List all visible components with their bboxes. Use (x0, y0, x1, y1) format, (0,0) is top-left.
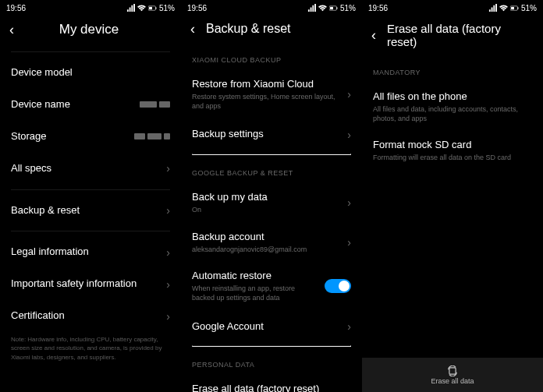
status-bar: 19:56 51% (181, 0, 362, 16)
signal-icon (126, 4, 135, 12)
sublabel: Formatting will erase all data on the SD… (373, 154, 526, 163)
chevron-right-icon: › (347, 236, 351, 249)
section-google: GOOGLE BACKUP & RESET (192, 158, 351, 183)
row-device-model[interactable]: Device model (11, 57, 170, 89)
status-time: 19:56 (187, 4, 207, 12)
row-certification[interactable]: Certification › (11, 300, 170, 332)
label: Restore from Xiaomi Cloud (192, 78, 341, 91)
section-mandatory: MANDATORY (373, 58, 532, 83)
label: Backup settings (192, 128, 264, 141)
row-restore-cloud[interactable]: Restore from Xiaomi Cloud Restore system… (192, 70, 351, 118)
status-time: 19:56 (6, 4, 26, 12)
label: Device model (11, 66, 73, 79)
row-device-name[interactable]: Device name (11, 89, 170, 121)
row-format-sd: Format mock SD card Formatting will eras… (373, 131, 532, 171)
label: Backup account (192, 231, 341, 244)
svg-rect-9 (449, 367, 456, 373)
phone-backup-reset: 19:56 51% ‹ Backup & reset XIAOMI CLOUD … (181, 0, 362, 392)
footer-note: Note: Hardware info, including CPU, batt… (11, 332, 170, 368)
phone-my-device: 19:56 51% ‹ My device Device model Devic… (0, 0, 181, 392)
chevron-right-icon: › (166, 162, 170, 175)
label: Device name (11, 98, 70, 111)
label: Legal information (11, 245, 89, 259)
row-storage[interactable]: Storage (11, 121, 170, 153)
erase-all-button[interactable]: Erase all data (362, 358, 543, 392)
svg-rect-2 (155, 7, 156, 9)
chevron-right-icon: › (166, 204, 170, 217)
chevron-right-icon: › (166, 278, 170, 291)
reset-icon (447, 366, 458, 376)
battery-icon (148, 4, 157, 12)
label: Automatic restore (192, 270, 318, 283)
label: Back up my data (192, 191, 341, 204)
chevron-right-icon: › (166, 310, 170, 323)
svg-rect-8 (517, 7, 518, 9)
status-battery: 51% (521, 4, 537, 12)
section-xiaomi: XIAOMI CLOUD BACKUP (192, 45, 351, 70)
row-legal[interactable]: Legal information › (11, 236, 170, 268)
label: Format mock SD card (373, 139, 526, 152)
header: ‹ My device (0, 16, 181, 47)
chevron-right-icon: › (347, 196, 351, 209)
chevron-right-icon: › (347, 129, 351, 141)
row-backup-reset[interactable]: Backup & reset › (11, 195, 170, 227)
status-battery: 51% (340, 4, 356, 12)
sublabel: When reinstalling an app, restore backed… (192, 284, 318, 302)
row-all-files: All files on the phone All files and dat… (373, 83, 532, 131)
row-erase-all[interactable]: Erase all data (factory reset) Erases al… (192, 375, 351, 392)
wifi-icon (318, 4, 327, 12)
label: Erase all data (431, 377, 474, 385)
value-censored (134, 133, 170, 139)
value-censored (140, 101, 170, 108)
signal-icon (488, 4, 497, 12)
sublabel: aleksandarognjanovic89@gmail.com (192, 245, 341, 255)
header: ‹ Backup & reset (181, 16, 362, 45)
sublabel: All files and data, including accounts, … (373, 105, 526, 123)
chevron-right-icon: › (347, 389, 351, 392)
sublabel: On (192, 206, 341, 215)
status-right: 51% (488, 4, 537, 12)
back-icon[interactable]: ‹ (371, 28, 376, 42)
row-google-account[interactable]: Google Account › (192, 311, 351, 343)
label: Storage (11, 130, 47, 143)
header: ‹ Erase all data (factory reset) (362, 16, 543, 58)
svg-rect-7 (511, 6, 514, 9)
battery-icon (329, 4, 338, 12)
label: Certification (11, 309, 65, 323)
battery-icon (510, 4, 519, 12)
status-right: 51% (307, 4, 356, 12)
page-title: My device (6, 22, 172, 37)
back-icon[interactable]: ‹ (190, 22, 195, 36)
page-title: Backup & reset (206, 22, 291, 36)
label: All files on the phone (373, 90, 526, 104)
section-personal: PERSONAL DATA (192, 350, 351, 375)
phone-erase-all: 19:56 51% ‹ Erase all data (factory rese… (362, 0, 543, 392)
status-bar: 19:56 51% (0, 0, 181, 16)
label: All specs (11, 162, 51, 175)
signal-icon (307, 4, 316, 12)
status-time: 19:56 (368, 4, 388, 12)
page-title: Erase all data (factory reset) (387, 22, 534, 48)
status-battery: 51% (159, 4, 175, 12)
row-backup-data[interactable]: Back up my data On › (192, 183, 351, 223)
chevron-right-icon: › (347, 88, 351, 101)
svg-rect-1 (149, 6, 152, 9)
svg-rect-4 (330, 6, 333, 9)
sublabel: Restore system settings, Home screen lay… (192, 93, 341, 111)
row-backup-account[interactable]: Backup account aleksandarognjanovic89@gm… (192, 223, 351, 263)
status-right: 51% (126, 4, 175, 12)
status-bar: 19:56 51% (362, 0, 543, 16)
label: Erase all data (factory reset) (192, 383, 341, 392)
chevron-right-icon: › (347, 320, 351, 333)
label: Backup & reset (11, 204, 80, 217)
chevron-right-icon: › (166, 246, 170, 259)
wifi-icon (137, 4, 146, 12)
wifi-icon (499, 4, 508, 12)
toggle-automatic-restore[interactable] (325, 279, 351, 293)
label: Google Account (192, 320, 264, 334)
row-all-specs[interactable]: All specs › (11, 153, 170, 185)
row-backup-settings[interactable]: Backup settings › (192, 118, 351, 150)
row-safety[interactable]: Important safety information › (11, 268, 170, 300)
label: Important safety information (11, 277, 137, 291)
row-automatic-restore[interactable]: Automatic restore When reinstalling an a… (192, 262, 351, 310)
